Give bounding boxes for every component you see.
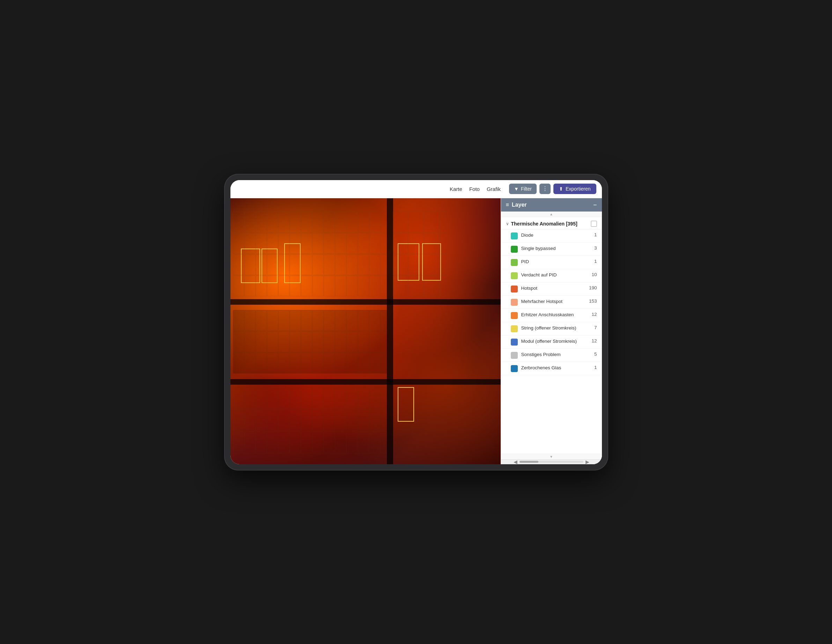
svg-rect-5 bbox=[233, 387, 387, 454]
layers-icon: ≡ bbox=[506, 202, 509, 208]
svg-rect-7 bbox=[392, 211, 446, 297]
sidebar-header: ≡ Layer − bbox=[501, 198, 602, 211]
section-title: Thermische Anomalien [395] bbox=[511, 221, 589, 227]
layer-label-mehrfacher-hotspot: Mehrfacher Hotspot bbox=[521, 299, 586, 305]
layer-count-string: 7 bbox=[594, 325, 597, 330]
scrollbar-track bbox=[520, 461, 583, 463]
filter-icon: ▼ bbox=[514, 186, 519, 192]
layer-item-mehrfacher-hotspot[interactable]: Mehrfacher Hotspot 153 bbox=[501, 296, 602, 309]
sidebar-title: Layer bbox=[512, 202, 527, 208]
h-divider-1 bbox=[230, 299, 501, 305]
layer-color-single-bypassed bbox=[511, 246, 518, 253]
layer-color-erhitzer bbox=[511, 312, 518, 319]
layer-color-mehrfacher-hotspot bbox=[511, 299, 518, 306]
layer-item-sonstiges[interactable]: Sonstiges Problem 5 bbox=[501, 349, 602, 362]
export-icon: ⬆ bbox=[559, 186, 563, 192]
thermal-image bbox=[230, 198, 501, 464]
layer-color-sonstiges bbox=[511, 352, 518, 359]
panel-grid-svg-mid bbox=[233, 310, 387, 374]
layer-label-diode: Diode bbox=[521, 232, 591, 238]
layer-color-diode bbox=[511, 232, 518, 240]
top-bar: Karte Foto Grafik ▼ Filter ⋮ ⬆ Exportier… bbox=[230, 180, 602, 198]
scroll-down-arrow: ▼ bbox=[550, 455, 553, 459]
layer-item-single-bypassed[interactable]: Single bypassed 3 bbox=[501, 243, 602, 256]
scroll-left-arrow[interactable]: ◀ bbox=[512, 458, 520, 464]
layer-item-verdacht-pid[interactable]: Verdacht auf PID 10 bbox=[501, 269, 602, 282]
layer-count-sonstiges: 5 bbox=[594, 352, 597, 357]
layer-count-mehrfacher-hotspot: 153 bbox=[589, 299, 597, 304]
scrollbar-thumb bbox=[520, 461, 539, 463]
layer-item-pid[interactable]: PID 1 bbox=[501, 256, 602, 269]
tab-foto[interactable]: Foto bbox=[469, 185, 480, 193]
tablet-screen: Karte Foto Grafik ▼ Filter ⋮ ⬆ Exportier… bbox=[230, 180, 602, 464]
section-checkbox[interactable] bbox=[591, 221, 597, 227]
nav-tabs: Karte Foto Grafik bbox=[450, 185, 501, 193]
panel-grid-svg-top bbox=[233, 211, 387, 297]
layer-count-verdacht-pid: 10 bbox=[592, 272, 597, 277]
layer-color-modul bbox=[511, 339, 518, 345]
layer-count-pid: 1 bbox=[594, 259, 597, 264]
main-content: ≡ Layer − ▲ ∨ Thermische Anomalien [395] bbox=[230, 198, 602, 464]
layer-color-zerbrochenes bbox=[511, 365, 518, 372]
layer-label-modul: Modul (offener Stromkreis) bbox=[521, 338, 588, 345]
bottom-scrollbar[interactable]: ◀ ▶ bbox=[501, 459, 602, 464]
layer-label-sonstiges: Sonstiges Problem bbox=[521, 352, 591, 358]
annotation-box-6 bbox=[398, 387, 414, 422]
layer-color-pid bbox=[511, 259, 518, 266]
scroll-right-arrow[interactable]: ▶ bbox=[583, 458, 592, 464]
layer-label-verdacht-pid: Verdacht auf PID bbox=[521, 272, 588, 278]
layer-label-hotspot: Hotspot bbox=[521, 285, 586, 291]
layer-item-modul[interactable]: Modul (offener Stromkreis) 12 bbox=[501, 336, 602, 349]
panel-grid-svg-right bbox=[392, 211, 446, 297]
panel-grid-svg-bot bbox=[233, 387, 387, 454]
export-button[interactable]: ⬆ Exportieren bbox=[554, 184, 596, 194]
layer-item-hotspot[interactable]: Hotspot 190 bbox=[501, 282, 602, 296]
layer-count-single-bypassed: 3 bbox=[594, 245, 597, 251]
layer-list[interactable]: ∨ Thermische Anomalien [395] Diode 1 Sin… bbox=[501, 217, 602, 454]
layer-color-hotspot bbox=[511, 286, 518, 292]
scroll-up-arrow: ▲ bbox=[550, 212, 553, 216]
layer-color-verdacht-pid bbox=[511, 272, 518, 279]
layer-count-modul: 12 bbox=[592, 338, 597, 344]
image-area[interactable] bbox=[230, 198, 501, 464]
layer-label-single-bypassed: Single bypassed bbox=[521, 245, 591, 252]
layer-label-string: String (offener Stromkreis) bbox=[521, 325, 591, 331]
filter-button[interactable]: ▼ Filter bbox=[509, 184, 537, 194]
section-chevron: ∨ bbox=[506, 221, 509, 226]
sidebar: ≡ Layer − ▲ ∨ Thermische Anomalien [395] bbox=[501, 198, 602, 464]
h-divider-2 bbox=[230, 379, 501, 385]
layer-item-erhitzer[interactable]: Erhitzer Anschlusskasten 12 bbox=[501, 309, 602, 322]
layer-count-hotspot: 190 bbox=[589, 285, 597, 291]
layer-label-zerbrochenes: Zerbrochenes Glas bbox=[521, 365, 591, 371]
more-button[interactable]: ⋮ bbox=[539, 184, 550, 194]
layer-count-erhitzer: 12 bbox=[592, 312, 597, 317]
layer-count-diode: 1 bbox=[594, 232, 597, 237]
layer-count-zerbrochenes: 1 bbox=[594, 365, 597, 370]
layer-label-erhitzer: Erhitzer Anschlusskasten bbox=[521, 312, 588, 318]
sidebar-collapse-button[interactable]: − bbox=[593, 202, 597, 208]
layer-item-string[interactable]: String (offener Stromkreis) 7 bbox=[501, 322, 602, 336]
layer-item-zerbrochenes[interactable]: Zerbrochenes Glas 1 bbox=[501, 362, 602, 375]
layer-item-diode[interactable]: Diode 1 bbox=[501, 229, 602, 243]
svg-rect-3 bbox=[233, 310, 387, 374]
tablet-frame: Karte Foto Grafik ▼ Filter ⋮ ⬆ Exportier… bbox=[224, 174, 608, 470]
tab-karte[interactable]: Karte bbox=[450, 185, 462, 193]
layer-color-string bbox=[511, 325, 518, 332]
tab-grafik[interactable]: Grafik bbox=[487, 185, 501, 193]
svg-rect-1 bbox=[233, 211, 387, 297]
thermal-anomalies-section[interactable]: ∨ Thermische Anomalien [395] bbox=[501, 217, 602, 229]
layer-label-pid: PID bbox=[521, 259, 591, 265]
scroll-up-area: ▲ bbox=[501, 211, 602, 217]
